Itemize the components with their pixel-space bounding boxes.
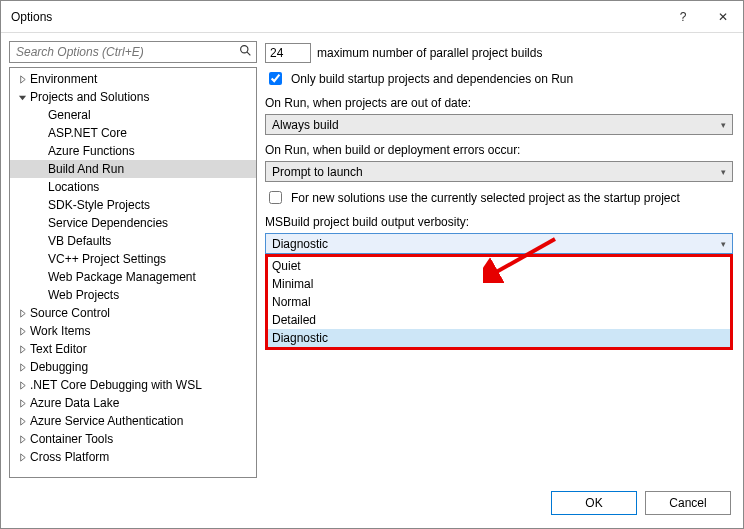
tree-item[interactable]: Azure Functions: [10, 142, 256, 160]
parallel-builds-input[interactable]: [265, 43, 311, 63]
tree-item[interactable]: SDK-Style Projects: [10, 196, 256, 214]
close-icon: ✕: [718, 10, 728, 24]
tree-item-label: Web Package Management: [46, 270, 196, 284]
verbosity-select[interactable]: Diagnostic ▾: [265, 233, 733, 254]
tree-item-label: .NET Core Debugging with WSL: [28, 378, 202, 392]
verbosity-option[interactable]: Quiet: [268, 257, 730, 275]
tree-item[interactable]: Web Projects: [10, 286, 256, 304]
tree-item[interactable]: VB Defaults: [10, 232, 256, 250]
cancel-button[interactable]: Cancel: [645, 491, 731, 515]
window-title: Options: [11, 10, 663, 24]
settings-panel: maximum number of parallel project build…: [265, 41, 733, 478]
tree-item[interactable]: Projects and Solutions: [10, 88, 256, 106]
tree-item[interactable]: Web Package Management: [10, 268, 256, 286]
out-of-date-label: On Run, when projects are out of date:: [265, 96, 733, 110]
search-field[interactable]: [9, 41, 257, 63]
spacer-icon: [34, 199, 46, 211]
chevron-right-icon[interactable]: [16, 415, 28, 427]
chevron-right-icon[interactable]: [16, 379, 28, 391]
tree-item-label: SDK-Style Projects: [46, 198, 150, 212]
tree-item[interactable]: Work Items: [10, 322, 256, 340]
tree-item-label: Web Projects: [46, 288, 119, 302]
chevron-right-icon[interactable]: [16, 343, 28, 355]
tree-item[interactable]: Text Editor: [10, 340, 256, 358]
svg-point-0: [241, 46, 248, 53]
spacer-icon: [34, 127, 46, 139]
svg-line-1: [247, 52, 250, 55]
verbosity-option[interactable]: Diagnostic: [268, 329, 730, 347]
tree-item-label: Debugging: [28, 360, 88, 374]
spacer-icon: [34, 217, 46, 229]
tree-item-label: VC++ Project Settings: [46, 252, 166, 266]
on-errors-label: On Run, when build or deployment errors …: [265, 143, 733, 157]
chevron-down-icon: ▾: [721, 120, 726, 130]
tree-item[interactable]: VC++ Project Settings: [10, 250, 256, 268]
chevron-right-icon[interactable]: [16, 307, 28, 319]
startup-only-checkbox[interactable]: [269, 72, 282, 85]
tree-item-label: VB Defaults: [46, 234, 111, 248]
tree-item-label: Work Items: [28, 324, 90, 338]
help-icon: ?: [680, 10, 687, 24]
chevron-right-icon[interactable]: [16, 451, 28, 463]
tree-item-label: Service Dependencies: [46, 216, 168, 230]
chevron-right-icon[interactable]: [16, 433, 28, 445]
spacer-icon: [34, 271, 46, 283]
chevron-right-icon[interactable]: [16, 397, 28, 409]
spacer-icon: [34, 235, 46, 247]
chevron-down-icon: ▾: [721, 239, 726, 249]
startup-only-label[interactable]: Only build startup projects and dependen…: [291, 72, 573, 86]
tree-item[interactable]: Service Dependencies: [10, 214, 256, 232]
chevron-right-icon[interactable]: [16, 361, 28, 373]
tree-item[interactable]: Environment: [10, 70, 256, 88]
tree-item[interactable]: Azure Service Authentication: [10, 412, 256, 430]
tree-item[interactable]: .NET Core Debugging with WSL: [10, 376, 256, 394]
new-solution-startup-label[interactable]: For new solutions use the currently sele…: [291, 191, 680, 205]
tree-item[interactable]: Azure Data Lake: [10, 394, 256, 412]
tree-item[interactable]: Source Control: [10, 304, 256, 322]
out-of-date-select[interactable]: Always build ▾: [265, 114, 733, 135]
tree-item-label: Build And Run: [46, 162, 124, 176]
verbosity-option[interactable]: Minimal: [268, 275, 730, 293]
tree-item[interactable]: Container Tools: [10, 430, 256, 448]
tree-item-label: Azure Data Lake: [28, 396, 119, 410]
tree-item[interactable]: Build And Run: [10, 160, 256, 178]
search-input[interactable]: [14, 44, 235, 60]
tree-item[interactable]: Debugging: [10, 358, 256, 376]
chevron-down-icon: ▾: [721, 167, 726, 177]
verbosity-option[interactable]: Normal: [268, 293, 730, 311]
tree-item-label: Cross Platform: [28, 450, 109, 464]
titlebar: Options ? ✕: [1, 1, 743, 33]
spacer-icon: [34, 145, 46, 157]
on-errors-select[interactable]: Prompt to launch ▾: [265, 161, 733, 182]
options-tree[interactable]: EnvironmentProjects and SolutionsGeneral…: [9, 67, 257, 478]
verbosity-label: MSBuild project build output verbosity:: [265, 215, 733, 229]
dialog-footer: OK Cancel: [1, 486, 743, 528]
tree-item-label: Locations: [46, 180, 99, 194]
ok-button[interactable]: OK: [551, 491, 637, 515]
new-solution-startup-checkbox[interactable]: [269, 191, 282, 204]
parallel-builds-label: maximum number of parallel project build…: [317, 46, 542, 60]
tree-item-label: Source Control: [28, 306, 110, 320]
out-of-date-value: Always build: [272, 118, 339, 132]
verbosity-option[interactable]: Detailed: [268, 311, 730, 329]
options-dialog: Options ? ✕ EnvironmentProjects and Solu…: [0, 0, 744, 529]
tree-item[interactable]: ASP.NET Core: [10, 124, 256, 142]
search-icon: [239, 44, 252, 60]
spacer-icon: [34, 253, 46, 265]
chevron-down-icon[interactable]: [16, 91, 28, 103]
chevron-right-icon[interactable]: [16, 73, 28, 85]
chevron-right-icon[interactable]: [16, 325, 28, 337]
verbosity-value: Diagnostic: [272, 237, 328, 251]
tree-item-label: ASP.NET Core: [46, 126, 127, 140]
close-button[interactable]: ✕: [703, 1, 743, 33]
verbosity-dropdown-list[interactable]: QuietMinimalNormalDetailedDiagnostic: [265, 254, 733, 350]
tree-item[interactable]: Cross Platform: [10, 448, 256, 466]
spacer-icon: [34, 181, 46, 193]
spacer-icon: [34, 289, 46, 301]
tree-item[interactable]: General: [10, 106, 256, 124]
spacer-icon: [34, 163, 46, 175]
tree-item-label: Projects and Solutions: [28, 90, 149, 104]
tree-item[interactable]: Locations: [10, 178, 256, 196]
help-button[interactable]: ?: [663, 1, 703, 33]
spacer-icon: [34, 109, 46, 121]
